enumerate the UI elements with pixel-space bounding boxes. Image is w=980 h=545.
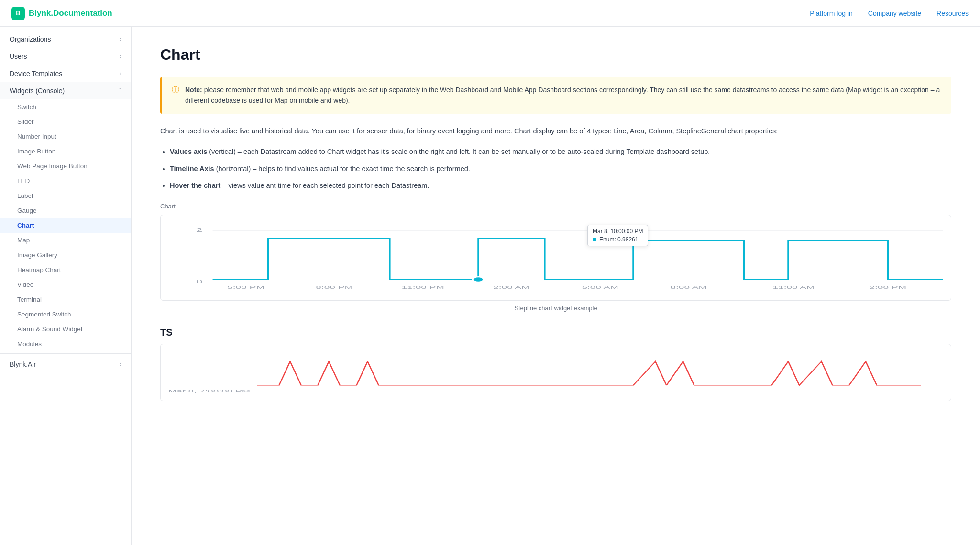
- chart-section: Chart Mar 8, 10:00:00 PM Enum: 0.98261 2…: [160, 203, 951, 312]
- info-icon: ⓘ: [172, 85, 179, 95]
- tooltip-value: Enum: 0.98261: [593, 236, 643, 243]
- ts-label: TS: [160, 327, 951, 338]
- description-text: Chart is used to visualise live and hist…: [160, 127, 778, 135]
- svg-text:8:00 AM: 8:00 AM: [671, 284, 707, 290]
- ts-section: TS Mar 8, 7:00:00 PM: [160, 327, 951, 401]
- sidebar-item-organizations[interactable]: Organizations ›: [0, 31, 131, 48]
- chevron-right-icon: ›: [120, 36, 121, 43]
- list-item: Hover the chart – views value ant time f…: [170, 180, 951, 191]
- sidebar-sub-item-image-button[interactable]: Image Button: [0, 144, 131, 159]
- layout: Organizations › Users › Device Templates…: [0, 27, 980, 545]
- company-website-link[interactable]: Company website: [868, 10, 921, 17]
- list-item-bold: Hover the chart: [170, 182, 220, 189]
- list-item-text: – views value ant time for each selected…: [220, 182, 429, 189]
- list-item-bold: Timeline Axis: [170, 165, 214, 173]
- sidebar-sub-item-led[interactable]: LED: [0, 174, 131, 188]
- logo: B Blynk.Documentation: [11, 7, 112, 20]
- ts-chart-container[interactable]: Mar 8, 7:00:00 PM: [160, 344, 951, 401]
- note-box: ⓘ Note: please remember that web and mob…: [160, 77, 951, 114]
- tooltip-time: Mar 8, 10:00:00 PM: [593, 228, 643, 235]
- svg-text:5:00 AM: 5:00 AM: [582, 284, 618, 290]
- sidebar-sub-item-label[interactable]: Label: [0, 188, 131, 203]
- logo-text: Blynk.Documentation: [29, 9, 112, 18]
- note-bold: Note:: [185, 86, 202, 94]
- header: B Blynk.Documentation Platform log in Co…: [0, 0, 980, 27]
- svg-text:2: 2: [196, 228, 202, 233]
- sidebar-sub-item-gauge[interactable]: Gauge: [0, 203, 131, 218]
- chart-container[interactable]: Mar 8, 10:00:00 PM Enum: 0.98261 2 0: [160, 215, 951, 301]
- sidebar-sub-item-segmented-switch[interactable]: Segmented Switch: [0, 307, 131, 322]
- sidebar-sub-item-slider[interactable]: Slider: [0, 114, 131, 129]
- list-item: Values axis (vertical) – each Datastream…: [170, 146, 951, 157]
- chart-svg: 2 0 5:00 PM 8:00 PM 11:00 PM 2:00 AM 5:0…: [168, 223, 943, 290]
- list-item-text: (horizontal) – helps to find values actu…: [214, 165, 470, 173]
- sidebar-item-label: Widgets (Console): [10, 87, 65, 95]
- sidebar: Organizations › Users › Device Templates…: [0, 27, 132, 545]
- list-item: Timeline Axis (horizontal) – helps to fi…: [170, 164, 951, 174]
- sidebar-item-label: Organizations: [10, 35, 51, 43]
- chevron-right-icon: ›: [120, 70, 121, 77]
- sidebar-sub-item-chart[interactable]: Chart: [0, 218, 131, 233]
- platform-login-link[interactable]: Platform log in: [810, 10, 852, 17]
- logo-letter: B: [16, 10, 20, 17]
- logo-icon: B: [11, 7, 25, 20]
- note-body: please remember that web and mobile app …: [185, 86, 940, 104]
- chevron-down-icon: ˅: [119, 87, 121, 94]
- sidebar-sub-item-video[interactable]: Video: [0, 277, 131, 292]
- sidebar-item-label: Users: [10, 53, 27, 60]
- sidebar-divider: [0, 353, 131, 354]
- svg-text:0: 0: [196, 279, 202, 285]
- sidebar-item-label: Device Templates: [10, 70, 62, 77]
- svg-point-4: [473, 277, 484, 282]
- feature-list: Values axis (vertical) – each Datastream…: [170, 146, 951, 191]
- svg-text:11:00 AM: 11:00 AM: [773, 284, 815, 290]
- svg-text:2:00 AM: 2:00 AM: [493, 284, 529, 290]
- sidebar-sub-item-terminal[interactable]: Terminal: [0, 292, 131, 307]
- sidebar-item-users[interactable]: Users ›: [0, 48, 131, 65]
- ts-chart-svg: Mar 8, 7:00:00 PM: [168, 352, 943, 395]
- tooltip-series: Enum: 0.98261: [599, 236, 638, 243]
- chart-label: Chart: [160, 203, 951, 210]
- svg-text:5:00 PM: 5:00 PM: [227, 284, 264, 290]
- sidebar-item-label: Blynk.Air: [10, 360, 36, 368]
- sidebar-sub-item-image-gallery[interactable]: Image Gallery: [0, 248, 131, 262]
- chart-caption: Stepline chart widget example: [160, 305, 951, 312]
- list-item-text: (vertical) – each Datastream added to Ch…: [207, 148, 710, 155]
- logo-brand: Blynk.: [29, 9, 53, 18]
- sidebar-item-widgets-console[interactable]: Widgets (Console) ˅: [0, 82, 131, 99]
- svg-text:Mar 8, 7:00:00 PM: Mar 8, 7:00:00 PM: [168, 389, 250, 393]
- svg-text:8:00 PM: 8:00 PM: [316, 284, 353, 290]
- chevron-right-icon: ›: [120, 361, 121, 368]
- sidebar-item-blynk-air[interactable]: Blynk.Air ›: [0, 356, 131, 373]
- sidebar-sub-item-web-page-image-button[interactable]: Web Page Image Button: [0, 159, 131, 174]
- sidebar-sub-item-switch[interactable]: Switch: [0, 99, 131, 114]
- svg-text:11:00 PM: 11:00 PM: [402, 284, 444, 290]
- sidebar-sub-item-map[interactable]: Map: [0, 233, 131, 248]
- note-text: Note: please remember that web and mobil…: [185, 85, 942, 106]
- tooltip-dot: [593, 238, 596, 241]
- chart-tooltip: Mar 8, 10:00:00 PM Enum: 0.98261: [587, 225, 648, 246]
- page-title: Chart: [160, 46, 951, 64]
- header-nav: Platform log in Company website Resource…: [810, 10, 969, 17]
- sidebar-sub-item-alarm-sound-widget[interactable]: Alarm & Sound Widget: [0, 322, 131, 337]
- chevron-right-icon: ›: [120, 53, 121, 60]
- sidebar-sub-item-modules[interactable]: Modules: [0, 337, 131, 351]
- sidebar-sub-item-heatmap-chart[interactable]: Heatmap Chart: [0, 262, 131, 277]
- logo-product: Documentation: [53, 9, 112, 18]
- description: Chart is used to visualise live and hist…: [160, 125, 951, 137]
- svg-text:2:00 PM: 2:00 PM: [870, 284, 907, 290]
- sidebar-item-device-templates[interactable]: Device Templates ›: [0, 65, 131, 82]
- sidebar-sub-item-number-input[interactable]: Number Input: [0, 129, 131, 144]
- resources-link[interactable]: Resources: [936, 10, 969, 17]
- list-item-bold: Values axis: [170, 148, 207, 155]
- main-content: Chart ⓘ Note: please remember that web a…: [132, 27, 980, 545]
